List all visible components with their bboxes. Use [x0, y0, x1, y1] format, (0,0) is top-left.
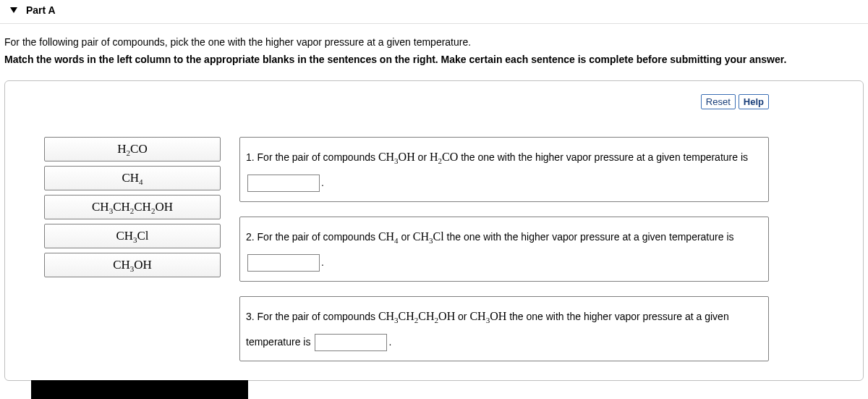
collapse-triangle-icon: [10, 7, 17, 13]
tile-text: CH3OH: [113, 258, 152, 272]
sentence-column: 1. For the pair of compounds CH3OH or H2…: [239, 137, 850, 361]
tile-ch3oh[interactable]: CH3OH: [44, 253, 221, 277]
period: .: [321, 177, 324, 188]
sentence-1: 1. For the pair of compounds CH3OH or H2…: [239, 137, 769, 202]
help-button[interactable]: Help: [739, 94, 769, 109]
tile-ch3ch2ch2oh[interactable]: CH3CH2CH2OH: [44, 195, 221, 219]
blank-drop-2[interactable]: [247, 254, 320, 272]
columns: H2CO CH4 CH3CH2CH2OH CH3Cl CH3OH 1. For …: [18, 137, 850, 361]
tile-text: CH4: [122, 171, 142, 185]
tile-text: CH3Cl: [116, 229, 148, 243]
tile-column: H2CO CH4 CH3CH2CH2OH CH3Cl CH3OH: [44, 137, 221, 277]
part-title: Part A: [26, 4, 56, 16]
tile-text: H2CO: [117, 142, 147, 156]
instruction-line-2: Match the words in the left column to th…: [4, 51, 864, 69]
sentence-2: 2. For the pair of compounds CH4 or CH3C…: [239, 217, 769, 282]
period: .: [321, 256, 324, 268]
part-header[interactable]: Part A: [0, 0, 868, 24]
sentence-text: 2. For the pair of compounds CH4 or CH3C…: [246, 231, 734, 243]
redacted-bar: [31, 380, 248, 399]
tile-ch4[interactable]: CH4: [44, 166, 221, 190]
work-area: Reset Help H2CO CH4 CH3CH2CH2OH CH3Cl CH…: [4, 80, 864, 381]
sentence-text: 1. For the pair of compounds CH3OH or H2…: [246, 151, 748, 163]
blank-drop-3[interactable]: [315, 334, 387, 351]
blank-drop-1[interactable]: [247, 175, 320, 192]
tile-text: CH3CH2CH2OH: [92, 200, 173, 214]
reset-button[interactable]: Reset: [701, 94, 736, 109]
instruction-line-1: For the following pair of compounds, pic…: [4, 34, 864, 51]
sentence-3: 3. For the pair of compounds CH3CH2CH2OH…: [239, 296, 769, 361]
period: .: [388, 336, 391, 348]
instructions: For the following pair of compounds, pic…: [0, 24, 868, 73]
tile-ch3cl[interactable]: CH3Cl: [44, 224, 221, 248]
top-buttons: Reset Help: [18, 94, 850, 109]
tile-h2co[interactable]: H2CO: [44, 137, 221, 161]
